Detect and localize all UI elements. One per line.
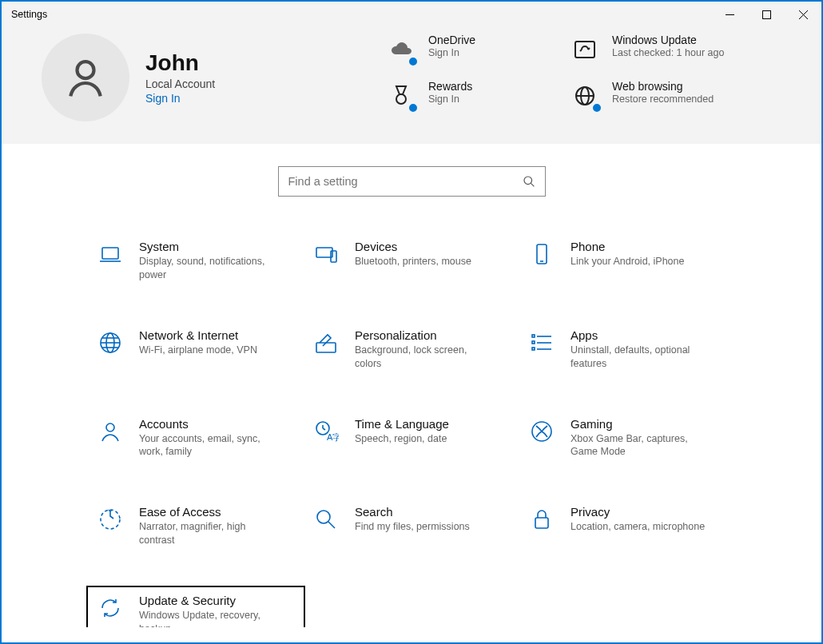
cat-sub: Wi-Fi, airplane mode, VPN: [139, 344, 257, 357]
cat-system[interactable]: System Display, sound, notifications, po…: [88, 233, 304, 288]
svg-point-4: [78, 62, 94, 78]
search-icon: [523, 175, 535, 188]
cat-title: Personalization: [355, 328, 495, 342]
svg-rect-42: [535, 518, 548, 528]
cat-title: Devices: [355, 240, 471, 253]
laptop-icon: [96, 240, 125, 268]
cat-title: Apps: [571, 328, 710, 342]
cat-title: System: [139, 240, 279, 253]
tile-sub: Sign In: [428, 47, 475, 60]
cloud-icon: [385, 34, 417, 66]
sync-icon: [96, 594, 125, 622]
keyboard-icon: [312, 240, 340, 268]
svg-point-33: [106, 423, 114, 431]
tile-rewards[interactable]: Rewards Sign In: [385, 80, 561, 112]
tile-sub: Restore recommended: [612, 93, 714, 106]
cat-sub: Bluetooth, printers, mouse: [355, 255, 471, 268]
tile-windows-update[interactable]: Windows Update Last checked: 1 hour ago: [569, 34, 745, 66]
cat-title: Network & Internet: [139, 328, 257, 342]
svg-rect-5: [575, 42, 594, 58]
cat-update-security[interactable]: Update & Security Windows Update, recove…: [88, 587, 304, 627]
svg-rect-30: [532, 335, 535, 337]
maximize-button[interactable]: [748, 2, 785, 27]
cat-network[interactable]: Network & Internet Wi-Fi, airplane mode,…: [88, 322, 304, 377]
cat-title: Gaming: [571, 417, 710, 431]
globe-icon: [569, 80, 601, 112]
cat-sub: Uninstall, defaults, optional features: [571, 344, 710, 371]
svg-rect-1: [762, 10, 770, 18]
header-tiles: OneDrive Sign In Windows Update Last che…: [385, 34, 781, 112]
content-area[interactable]: System Display, sound, notifications, po…: [2, 144, 821, 627]
search-wrap: [42, 166, 781, 197]
svg-rect-12: [102, 248, 118, 259]
update-sync-icon: [569, 34, 601, 66]
cat-privacy[interactable]: Privacy Location, camera, microphone: [519, 499, 735, 554]
cat-sub: Windows Update, recovery, backup: [139, 609, 279, 627]
tile-onedrive[interactable]: OneDrive Sign In: [385, 34, 561, 66]
account-block[interactable]: John Local Account Sign In: [42, 34, 385, 121]
tile-sub: Last checked: 1 hour ago: [612, 47, 724, 60]
avatar: [42, 34, 129, 121]
categories-grid: System Display, sound, notifications, po…: [76, 233, 747, 627]
tile-title: Rewards: [428, 80, 472, 93]
cat-title: Accounts: [139, 417, 279, 431]
tile-title: Windows Update: [612, 34, 724, 46]
cat-title: Time & Language: [355, 417, 449, 431]
svg-rect-32: [532, 348, 535, 350]
status-badge: [408, 102, 419, 113]
time-language-icon: A字: [312, 417, 340, 446]
globe-icon: [96, 328, 125, 357]
list-icon: [527, 328, 556, 357]
svg-point-40: [317, 511, 330, 523]
account-signin-link[interactable]: Sign In: [145, 92, 215, 105]
minimize-button[interactable]: [711, 2, 748, 27]
cat-sub: Background, lock screen, colors: [355, 344, 495, 371]
svg-line-36: [323, 428, 325, 430]
search-input[interactable]: [288, 175, 523, 188]
cat-gaming[interactable]: Gaming Xbox Game Bar, captures, Game Mod…: [519, 411, 735, 466]
svg-point-6: [396, 94, 406, 104]
cat-sub: Link your Android, iPhone: [571, 255, 684, 268]
svg-line-41: [328, 522, 335, 528]
cat-title: Phone: [571, 240, 684, 253]
svg-rect-31: [532, 341, 535, 344]
account-name: John: [145, 50, 215, 76]
svg-point-10: [524, 177, 532, 185]
ease-of-access-icon: [96, 505, 125, 534]
cat-title: Privacy: [571, 505, 705, 519]
cat-phone[interactable]: Phone Link your Android, iPhone: [519, 233, 735, 288]
account-type: Local Account: [145, 78, 215, 90]
tile-title: OneDrive: [428, 34, 475, 46]
cat-title: Ease of Access: [139, 505, 279, 519]
phone-icon: [527, 240, 556, 268]
cat-sub: Location, camera, microphone: [571, 520, 705, 534]
window-controls: [711, 2, 821, 27]
status-badge: [591, 102, 602, 113]
cat-apps[interactable]: Apps Uninstall, defaults, optional featu…: [519, 322, 735, 377]
paintbrush-icon: [312, 328, 340, 357]
cat-time-language[interactable]: A字 Time & Language Speech, region, date: [304, 411, 519, 466]
search-box[interactable]: [278, 166, 546, 197]
xbox-icon: [527, 417, 556, 446]
svg-rect-26: [316, 343, 336, 352]
cat-ease-of-access[interactable]: Ease of Access Narrator, magnifier, high…: [88, 499, 304, 554]
tile-title: Web browsing: [612, 80, 714, 93]
cat-devices[interactable]: Devices Bluetooth, printers, mouse: [304, 233, 519, 288]
cat-sub: Find my files, permissions: [355, 520, 470, 534]
cat-sub: Your accounts, email, sync, work, family: [139, 432, 279, 459]
account-text: John Local Account Sign In: [145, 50, 215, 105]
cat-sub: Display, sound, notifications, power: [139, 255, 279, 282]
svg-rect-15: [331, 251, 336, 262]
titlebar: Settings: [2, 2, 821, 27]
lock-icon: [527, 505, 556, 534]
person-icon: [96, 417, 125, 446]
cat-personalization[interactable]: Personalization Background, lock screen,…: [304, 322, 519, 377]
magnifier-icon: [312, 505, 340, 534]
tile-web-browsing[interactable]: Web browsing Restore recommended: [569, 80, 745, 112]
account-header: John Local Account Sign In OneDrive Sign…: [2, 27, 821, 144]
cat-accounts[interactable]: Accounts Your accounts, email, sync, wor…: [88, 411, 304, 466]
medal-icon: [385, 80, 417, 112]
cat-sub: Xbox Game Bar, captures, Game Mode: [571, 432, 710, 459]
cat-search[interactable]: Search Find my files, permissions: [304, 499, 519, 554]
close-button[interactable]: [785, 2, 821, 27]
